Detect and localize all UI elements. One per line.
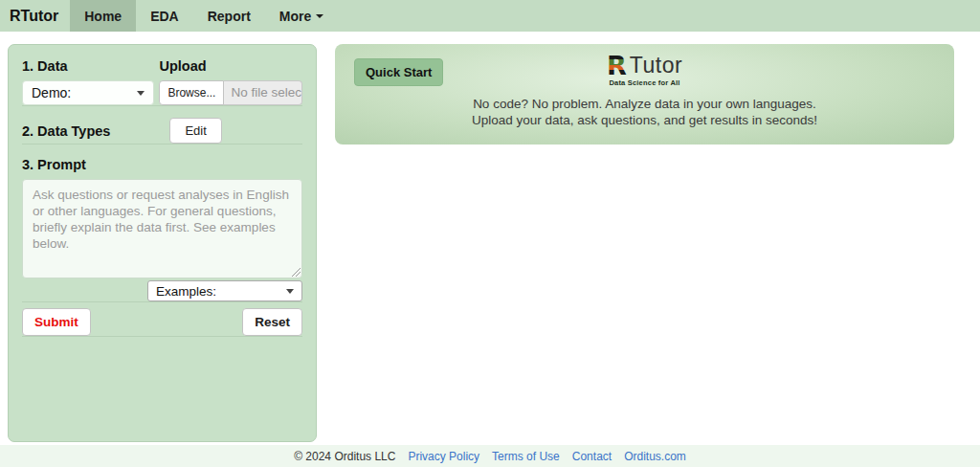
submit-button[interactable]: Submit [22, 308, 91, 336]
footer-link-contact[interactable]: Contact [572, 450, 612, 463]
caret-down-icon [286, 289, 294, 294]
rtutor-logo: R Tutor Data Science for All [607, 44, 682, 87]
browse-button[interactable]: Browse... [159, 80, 224, 105]
upload-section-heading: Upload [159, 58, 302, 74]
resize-handle[interactable] [292, 268, 301, 277]
app-brand: RTutor [0, 0, 70, 32]
intro-line-2: Upload your data, ask questions, and get… [335, 112, 954, 128]
examples-select[interactable]: Examples: [147, 280, 302, 301]
copyright-text: © 2024 Orditus LLC [294, 450, 395, 463]
footer-link-privacy[interactable]: Privacy Policy [408, 450, 479, 463]
logo-text: Tutor [630, 53, 682, 78]
tab-eda[interactable]: EDA [136, 0, 193, 32]
prompt-area-wrap [22, 179, 302, 278]
demo-select[interactable]: Demo: [22, 80, 154, 105]
divider [22, 301, 302, 302]
file-upload-control: Browse... No file selec [159, 80, 302, 105]
reset-button[interactable]: Reset [242, 308, 302, 336]
tab-more[interactable]: More [265, 0, 338, 32]
navbar: RTutor Home EDA Report More [0, 0, 980, 32]
prompt-textarea[interactable] [22, 179, 302, 278]
footer-link-terms[interactable]: Terms of Use [492, 450, 560, 463]
action-buttons-row: Submit Reset [22, 308, 302, 336]
divider [22, 336, 302, 337]
edit-button[interactable]: Edit [169, 118, 221, 144]
data-types-heading: 2. Data Types [22, 123, 110, 139]
intro-line-1: No code? No problem. Analyze data in you… [335, 96, 954, 112]
welcome-jumbotron: Quick Start [335, 44, 954, 145]
quick-start-button[interactable]: Quick Start [354, 58, 443, 86]
logo-tagline: Data Science for All [607, 78, 682, 87]
intro-text: No code? No problem. Analyze data in you… [335, 96, 954, 128]
tab-home[interactable]: Home [70, 0, 136, 32]
data-section-heading: 1. Data [22, 58, 154, 74]
svg-text:R: R [607, 52, 627, 78]
footer-link-orditus[interactable]: Orditus.com [624, 450, 686, 463]
prompt-heading: 3. Prompt [22, 157, 302, 172]
demo-select-value: Demo: [32, 85, 71, 100]
file-status-box: No file selec [224, 80, 302, 105]
rtutor-logo-r-icon: R [607, 52, 630, 78]
tab-report[interactable]: Report [193, 0, 265, 32]
divider [22, 144, 302, 145]
divider [22, 105, 302, 106]
data-upload-section: 1. Data Demo: Upload Browse... No file s… [22, 58, 302, 105]
caret-down-icon [316, 14, 323, 18]
main-content: 1. Data Demo: Upload Browse... No file s… [0, 32, 980, 445]
footer: © 2024 Orditus LLC Privacy Policy Terms … [0, 445, 980, 467]
examples-select-value: Examples: [156, 284, 216, 299]
sidebar-panel: 1. Data Demo: Upload Browse... No file s… [8, 44, 317, 442]
data-types-section: 2. Data Types Edit [22, 118, 302, 144]
caret-down-icon [137, 91, 145, 96]
